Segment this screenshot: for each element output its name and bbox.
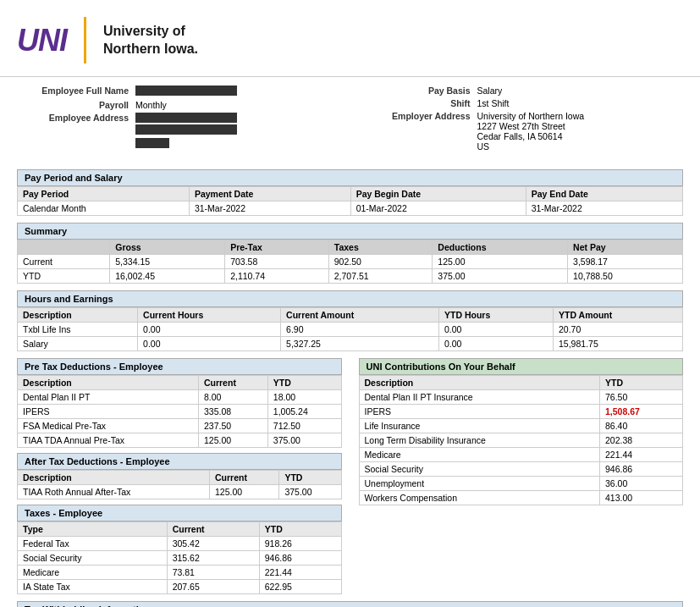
pay-period-table: Pay Period Payment Date Pay Begin Date P… [17,186,683,216]
uc-row-5: Social Security 946.86 [359,462,683,477]
at-row-0: TIAA Roth Annual After-Tax 125.00 375.00 [18,485,342,499]
employee-name-row: Employee Full Name [17,86,342,97]
pt-row-1: IPERS 335.08 1,005.24 [18,405,342,419]
page-header: UNI University ofNorthern Iowa. [0,4,700,77]
hours-earnings-header: Hours and Earnings [17,290,683,307]
employee-left-info: Employee Full Name Payroll Monthly Emplo… [17,86,342,154]
tax-row-3: IA State Tax 207.65 622.95 [18,580,342,594]
uc-row-3: Long Term Disability Insurance 202.38 [359,433,683,448]
pre-tax-header: Pre Tax Deductions - Employee [17,358,342,375]
summary-col-netpay: Net Pay [568,240,683,255]
pt-col-curr: Current [198,376,267,390]
tax-withholding-section: Tax Withholding Information Type Marital… [0,601,700,607]
hours-earnings-table: Description Current Hours Current Amount… [17,307,683,351]
uc-row-0: Dental Plan II PT Insurance 76.50 [359,390,683,405]
after-tax-header: After Tax Deductions - Employee [17,453,342,470]
uc-row-7: Workers Compensation 413.00 [359,491,683,505]
summary-header: Summary [17,223,683,240]
uni-contrib-table: Description YTD Dental Plan II PT Insura… [359,375,684,505]
shift-label: Shift [359,98,477,108]
taxes-header: Taxes - Employee [17,505,342,521]
col-pay-period: Pay Period [18,187,190,201]
employee-info-section: Employee Full Name Payroll Monthly Emplo… [0,77,700,163]
address-label: Employee Address [17,113,135,150]
pt-col-desc: Description [18,376,199,390]
employee-name-value [135,86,342,97]
he-col-curr-amt: Current Amount [281,308,439,323]
pt-row-0: Dental Plan II PT 8.00 18.00 [18,390,342,405]
uc-col-desc: Description [359,376,599,390]
col-pay-end: Pay End Date [526,187,682,201]
pay-basis-value: Salary [477,86,684,96]
address-value [135,113,342,150]
tax-row-1: Social Security 315.62 946.86 [18,551,342,566]
uc-row-4: Medicare 221.44 [359,448,683,462]
shift-value: 1st Shift [477,98,684,108]
university-name: University ofNorthern Iowa. [103,23,198,58]
summary-table: Gross Pre-Tax Taxes Deductions Net Pay C… [17,240,683,284]
pt-row-3: TIAA TDA Annual Pre-Tax 125.00 375.00 [18,433,342,448]
summary-col-pretax: Pre-Tax [225,240,329,255]
he-row-0: Txbl Life Ins 0.00 6.90 0.00 20.70 [18,323,683,337]
pt-row-2: FSA Medical Pre-Tax 237.50 712.50 [18,419,342,433]
he-row-1: Salary 0.00 5,327.25 0.00 15,981.75 [18,337,683,351]
at-col-ytd: YTD [279,471,341,485]
after-tax-table: Description Current YTD TIAA Roth Annual… [17,470,342,499]
col-payment-date: Payment Date [189,187,350,201]
at-col-desc: Description [18,471,210,485]
at-col-curr: Current [210,471,279,485]
summary-ytd-row: YTD 16,002.45 2,110.74 2,707.51 375.00 1… [18,269,683,284]
employer-address-value: University of Northern Iowa 1227 West 27… [477,111,684,152]
logo-divider [84,17,86,63]
payroll-value: Monthly [135,100,342,110]
tax-row-2: Medicare 73.81 221.44 [18,566,342,580]
pre-tax-table: Description Current YTD Dental Plan II P… [17,375,342,448]
tax-col-ytd: YTD [259,522,341,537]
summary-current-row: Current 5,334.15 703.58 902.50 125.00 3,… [18,255,683,269]
right-column: UNI Contributions On Your Behalf Descrip… [350,351,684,594]
tax-row-0: Federal Tax 305.42 918.26 [18,537,342,551]
he-col-curr-hrs: Current Hours [138,308,281,323]
taxes-table: Type Current YTD Federal Tax 305.42 918.… [17,521,342,594]
pay-period-section: Pay Period and Salary Pay Period Payment… [0,169,700,216]
tax-col-curr: Current [167,522,259,537]
he-col-ytd-amt: YTD Amount [554,308,683,323]
he-col-desc: Description [18,308,138,323]
summary-col-0 [18,240,110,255]
employer-address-label: Employer Address [359,111,477,152]
address-row: Employee Address [17,113,342,150]
tax-withholding-header: Tax Withholding Information [17,601,683,607]
summary-col-taxes: Taxes [328,240,433,255]
uc-row-6: Unemployment 36.00 [359,477,683,491]
pay-period-row: Calendar Month 31-Mar-2022 01-Mar-2022 3… [18,201,683,216]
uc-col-ytd: YTD [599,376,682,390]
two-col-section: Pre Tax Deductions - Employee Descriptio… [0,351,700,594]
employer-address-row: Employer Address University of Northern … [359,111,684,152]
payroll-label: Payroll [17,100,135,110]
employee-right-info: Pay Basis Salary Shift 1st Shift Employe… [359,86,684,154]
pt-col-ytd: YTD [267,376,341,390]
pay-basis-label: Pay Basis [359,86,477,96]
tax-col-type: Type [18,522,168,537]
uc-row-1: IPERS 1,508.67 [359,405,683,419]
university-logo: UNI University ofNorthern Iowa. [17,17,198,63]
payroll-row: Payroll Monthly [17,100,342,110]
he-col-ytd-hrs: YTD Hours [438,308,553,323]
employee-name-label: Employee Full Name [17,86,135,97]
summary-col-deductions: Deductions [433,240,568,255]
pay-basis-row: Pay Basis Salary [359,86,684,96]
uni-contrib-header: UNI Contributions On Your Behalf [359,358,684,375]
hours-earnings-section: Hours and Earnings Description Current H… [0,290,700,351]
left-column: Pre Tax Deductions - Employee Descriptio… [17,351,350,594]
col-pay-begin: Pay Begin Date [350,187,526,201]
uc-row-2: Life Insurance 86.40 [359,419,683,433]
summary-section: Summary Gross Pre-Tax Taxes Deductions N… [0,223,700,284]
summary-col-gross: Gross [110,240,225,255]
uni-letters: UNI [17,23,67,58]
pay-period-header: Pay Period and Salary [17,169,683,186]
shift-row: Shift 1st Shift [359,98,684,108]
